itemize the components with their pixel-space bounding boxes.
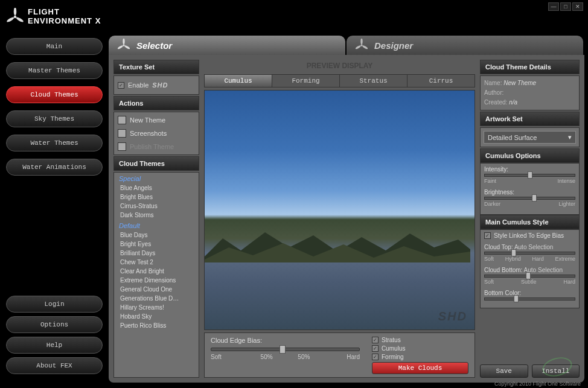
actions-header: Actions (113, 96, 199, 110)
nav-login[interactable]: Login (6, 296, 103, 313)
edge-bias-slider[interactable] (211, 348, 360, 351)
list-item[interactable]: Clear And Bright (114, 267, 199, 276)
theme-created-value: n/a (509, 99, 517, 106)
action-publish-theme: Publish Theme (117, 140, 196, 153)
svg-point-5 (124, 45, 130, 49)
brightness-label: Brightness: (484, 189, 575, 196)
intensity-slider[interactable] (484, 174, 575, 177)
style-linked-checkbox[interactable]: ✓ (484, 232, 491, 239)
title-bar: FLIGHT ENVIRONMENT X — □ ✕ (0, 0, 588, 33)
svg-point-4 (123, 39, 124, 44)
artwork-set-dropdown[interactable]: Detailed Surface ▾ (484, 131, 576, 144)
action-icon (118, 142, 126, 151)
svg-point-9 (362, 45, 368, 49)
sidebar: MainMaster ThemesCloud ThemesSky ThemesW… (0, 33, 109, 379)
svg-point-3 (14, 15, 17, 18)
svg-point-7 (123, 44, 124, 46)
nav-water-animations[interactable]: Water Animations (6, 159, 103, 176)
cloud-bottom-slider[interactable] (484, 275, 575, 278)
tab-selector[interactable]: Selector (109, 36, 345, 55)
svg-point-6 (117, 45, 123, 49)
nav-master-themes[interactable]: Master Themes (6, 62, 103, 79)
list-item[interactable]: Puerto Rico Bliss (114, 321, 199, 330)
copyright-text: Copyright 2010 Flight One Software (494, 381, 581, 387)
cloud-top-slider[interactable] (484, 252, 575, 255)
action-icon (118, 116, 126, 124)
check-forming[interactable]: ✓ (372, 354, 379, 360)
nav-sky-themes[interactable]: Sky Themes (6, 110, 103, 127)
nav-about-fex[interactable]: About FEX (6, 357, 103, 374)
action-new-theme[interactable]: New Theme (117, 113, 196, 127)
edge-bias-label: Cloud Edge Bias: (211, 337, 360, 344)
style-linked-label: Style Linked To Edge Bias (494, 232, 564, 239)
theme-name-value: New Theme (503, 80, 536, 86)
svg-point-10 (355, 45, 361, 49)
cloud-top-value: Auto Selection (514, 244, 554, 250)
preview-title: PREVIEW DISPLAY (204, 60, 475, 72)
main-cumulus-style-header: Main Cumulus Style (480, 215, 580, 229)
action-screenshots[interactable]: Screenshots (117, 127, 196, 140)
propeller-icon (6, 8, 24, 26)
cloud-tab-cumulus[interactable]: Cumulus (205, 75, 272, 87)
list-item[interactable]: Brilliant Days (114, 249, 199, 258)
check-stratus[interactable]: ✓ (372, 337, 379, 343)
artwork-set-header: Artwork Set (480, 112, 580, 126)
svg-point-2 (6, 16, 14, 23)
app-title-2: ENVIRONMENT X (28, 17, 101, 25)
list-item[interactable]: Chew Test 2 (114, 258, 199, 267)
nav-options[interactable]: Options (6, 316, 103, 333)
cloud-tab-forming[interactable]: Forming (272, 75, 340, 87)
svg-point-0 (14, 8, 17, 16)
svg-point-1 (16, 16, 24, 23)
maximize-button[interactable]: □ (560, 2, 571, 11)
check-cumulus[interactable]: ✓ (372, 345, 379, 352)
bottom-color-label: Bottom Color: (484, 290, 575, 296)
cloud-themes-list[interactable]: SpecialBlue AngelsBright BluesCirrus-Str… (113, 172, 199, 378)
list-item[interactable]: Hillary Screams! (114, 303, 199, 312)
list-heading: Default (114, 220, 199, 231)
install-button[interactable]: Install (532, 364, 580, 378)
close-button[interactable]: ✕ (572, 2, 583, 11)
cumulus-options-header: Cumulus Options (480, 148, 580, 163)
nav-water-themes[interactable]: Water Themes (6, 135, 103, 151)
enable-shd-checkbox[interactable]: ✓ (118, 82, 124, 89)
list-item[interactable]: Bright Eyes (114, 240, 199, 249)
make-clouds-button[interactable]: Make Clouds (372, 362, 468, 374)
list-item[interactable]: Generations Blue D… (114, 294, 199, 303)
app-title-1: FLIGHT (28, 8, 101, 16)
app-logo: FLIGHT ENVIRONMENT X (6, 8, 101, 26)
propeller-icon (355, 39, 368, 52)
nav-main[interactable]: Main (6, 38, 103, 55)
list-item[interactable]: Blue Angels (114, 183, 199, 192)
list-item[interactable]: General Cloud One (114, 285, 199, 294)
list-item[interactable]: Cirrus-Stratus (114, 202, 199, 211)
minimize-button[interactable]: — (548, 2, 559, 11)
list-item[interactable]: Bright Blues (114, 192, 199, 202)
nav-help[interactable]: Help (6, 337, 103, 354)
cloud-tab-stratus[interactable]: Stratus (340, 75, 407, 87)
list-item[interactable]: Dark Storms (114, 211, 199, 220)
list-heading: Special (114, 173, 199, 183)
shd-brand: SHD (152, 81, 168, 89)
preview-display: SHD (204, 90, 475, 330)
save-button[interactable]: Save (480, 364, 528, 378)
chevron-down-icon: ▾ (568, 133, 572, 141)
propeller-icon (117, 39, 130, 52)
list-item[interactable]: Blue Days (114, 231, 199, 240)
svg-point-8 (360, 39, 362, 44)
svg-point-11 (360, 44, 362, 46)
enable-label: Enable (128, 81, 149, 89)
cloud-tab-cirrus[interactable]: Cirrus (407, 75, 475, 87)
theme-details-header: Cloud Theme Details (480, 60, 580, 74)
bottom-color-slider[interactable] (484, 297, 575, 301)
tab-designer[interactable]: Designer (347, 36, 583, 55)
brightness-slider[interactable] (484, 197, 575, 200)
cloud-themes-header: Cloud Themes (113, 156, 199, 171)
list-item[interactable]: Hobard Sky (114, 312, 199, 321)
nav-cloud-themes[interactable]: Cloud Themes (6, 86, 103, 103)
action-icon (118, 129, 126, 138)
shd-watermark: SHD (438, 310, 467, 323)
list-item[interactable]: Extreme Dimensions (114, 276, 199, 285)
texture-set-header: Texture Set (113, 60, 199, 74)
